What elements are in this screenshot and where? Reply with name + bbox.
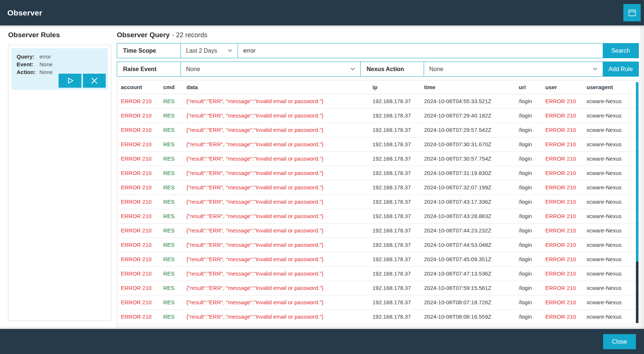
cell-useragent: xcware-Nexus [587, 209, 639, 223]
cell-account: ERROR 210 [121, 281, 163, 295]
cell-ip: 192.168.178.37 [372, 180, 424, 194]
raise-event-select[interactable]: None [181, 62, 361, 76]
time-scope-select[interactable]: Last 2 Days [181, 43, 238, 58]
cell-cmd: RES [163, 267, 186, 281]
cell-account: ERROR 210 [121, 137, 163, 151]
table-scrollbar[interactable] [636, 82, 638, 323]
cell-ip: 192.168.178.37 [372, 123, 424, 137]
col-header-data: data [186, 80, 372, 94]
rule-event-row: Event: None [17, 60, 108, 68]
page-scrollbar[interactable] [640, 25, 644, 329]
rule-action-label: Action: [17, 68, 39, 76]
delete-rule-button[interactable] [83, 74, 106, 88]
cell-data: {"result":"ERR", "message":"Invalid emai… [186, 267, 372, 281]
table-row: ERROR 210 RES {"result":"ERR", "message"… [117, 324, 639, 327]
cell-ip: 192.168.178.37 [372, 109, 424, 123]
cell-data: {"result":"ERR", "message":"Invalid emai… [186, 209, 372, 223]
cell-time: 2024-10-06T04:55:33.521Z [424, 94, 519, 108]
cell-uri: /login [519, 109, 545, 123]
cell-data: {"result":"ERR", "message":"Invalid emai… [186, 295, 372, 309]
cell-cmd: RES [163, 238, 186, 252]
nexus-action-select[interactable]: None [424, 62, 603, 76]
cell-user: ERROR 210 [545, 180, 587, 194]
cell-ip: 192.168.178.37 [372, 281, 424, 295]
query-panel-title: Observer Query- 22 records [117, 31, 207, 39]
rules-panel-title: Observer Rules [8, 31, 60, 39]
cell-cmd: RES [163, 195, 186, 209]
cell-data: {"result":"ERR", "message":"Invalid emai… [186, 310, 372, 324]
cell-data: {"result":"ERR", "message":"Invalid emai… [186, 94, 372, 108]
cell-account: ERROR 210 [121, 152, 163, 166]
col-header-account: account [121, 80, 163, 94]
cell-useragent: xcware-Nexus [587, 152, 639, 166]
close-button[interactable]: Close [603, 334, 636, 349]
rule-builder-bar: Raise Event None Nexus Action None Add R… [117, 62, 639, 77]
cell-data: {"result":"ERR", "message":"Invalid emai… [186, 224, 372, 238]
cell-ip: 192.168.178.37 [372, 195, 424, 209]
cell-time: 2024-10-06T07:44:53.048Z [424, 238, 519, 252]
cell-data: {"result":"ERR", "message":"Invalid emai… [186, 152, 372, 166]
cell-user: ERROR 210 [545, 123, 587, 137]
cell-uri: /login [519, 224, 545, 238]
cell-data: {"result":"ERR", "message":"Invalid emai… [186, 109, 372, 123]
cell-uri: /login [519, 152, 545, 166]
scrollbar-thumb[interactable] [636, 82, 638, 262]
cell-time: 2024-10-06T07:30:31.670Z [424, 137, 519, 151]
rule-card: Query: error Event: None Action: None [11, 48, 108, 90]
cell-user: ERROR 210 [545, 267, 587, 281]
rule-card-actions [59, 74, 106, 88]
col-header-time: time [424, 80, 519, 94]
search-input[interactable] [238, 43, 603, 58]
cell-ip: 192.168.178.37 [372, 209, 424, 223]
cell-time: 2024-10-06T07:32:07.199Z [424, 180, 519, 194]
time-scope-label: Time Scope [117, 43, 181, 58]
table-body: ERROR 210 RES {"result":"ERR", "message"… [117, 94, 639, 327]
cell-useragent: xcware-Nexus [587, 281, 639, 295]
rule-query-label: Query: [17, 53, 39, 60]
table-row: ERROR 210 RES {"result":"ERR", "message"… [117, 180, 639, 195]
rule-action-value: None [39, 68, 53, 76]
run-rule-button[interactable] [59, 74, 81, 88]
cell-uri: /login [519, 166, 545, 180]
cell-uri: /login [519, 238, 545, 252]
window-toggle-button[interactable] [623, 4, 641, 21]
rule-event-value: None [39, 60, 53, 68]
cell-time: 2024-10-06T07:31:19.830Z [424, 166, 519, 180]
cell-cmd: RES [163, 166, 186, 180]
cell-uri: /login [519, 195, 545, 209]
add-rule-button[interactable]: Add Rule [603, 62, 638, 76]
cell-uri: /login [519, 310, 545, 324]
scrollbar-track[interactable] [636, 262, 638, 323]
cell-ip: 192.168.178.37 [372, 295, 424, 309]
cell-ip: 192.168.178.37 [372, 224, 424, 238]
cell-user: ERROR 210 [545, 295, 587, 309]
cell-user: ERROR 210 [545, 209, 587, 223]
cell-user: ERROR 210 [545, 310, 587, 324]
cell-time: 2024-10-06T07:43:17.336Z [424, 195, 519, 209]
raise-event-value: None [186, 66, 200, 73]
cell-data: {"result":"ERR", "message":"Invalid emai… [186, 137, 372, 151]
col-header-cmd: cmd [163, 80, 186, 94]
cell-cmd: RES [163, 109, 186, 123]
cell-user: ERROR 210 [545, 137, 587, 151]
cell-ip: 192.168.178.37 [372, 166, 424, 180]
cell-data: {"result":"ERR", "message":"Invalid emai… [186, 252, 372, 266]
table-row: ERROR 210 RES {"result":"ERR", "message"… [117, 252, 639, 267]
cell-account: ERROR 210 [121, 123, 163, 137]
cell-user: ERROR 210 [545, 281, 587, 295]
nexus-action-label: Nexus Action [361, 62, 424, 76]
cell-cmd: RES [163, 94, 186, 108]
table-row: ERROR 210 RES {"result":"ERR", "message"… [117, 267, 639, 281]
cell-time: 2024-10-06T07:43:28.883Z [424, 209, 519, 223]
cell-cmd: RES [163, 324, 186, 327]
cell-uri: /login [519, 94, 545, 108]
search-button[interactable]: Search [603, 43, 638, 58]
cell-time: 2024-10-06T07:45:09.351Z [424, 252, 519, 266]
table-row: ERROR 210 RES {"result":"ERR", "message"… [117, 94, 639, 109]
cell-account: ERROR 210 [121, 209, 163, 223]
chevron-down-icon [350, 67, 355, 71]
cell-cmd: RES [163, 224, 186, 238]
cell-useragent: xcware-Nexus [587, 180, 639, 194]
table-row: ERROR 210 RES {"result":"ERR", "message"… [117, 152, 639, 166]
table-row: ERROR 210 RES {"result":"ERR", "message"… [117, 224, 639, 238]
